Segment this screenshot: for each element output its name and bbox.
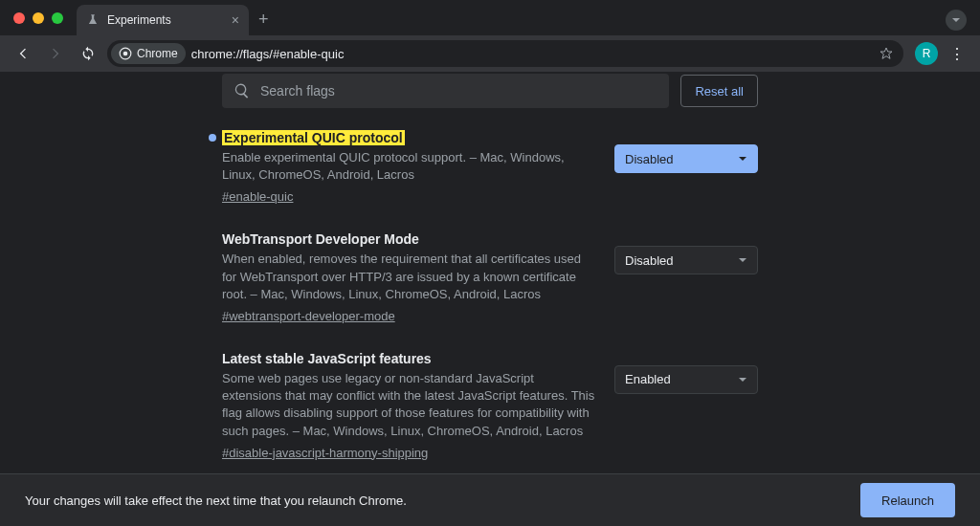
flag-select-value: Disabled <box>625 152 674 166</box>
flag-description: When enabled, removes the requirement th… <box>222 251 595 303</box>
chevron-down-icon <box>738 255 747 265</box>
flag-item: WebTransport Developer ModeWhen enabled,… <box>222 230 758 323</box>
reload-button[interactable] <box>75 40 101 67</box>
tab-close-button[interactable]: × <box>232 12 239 28</box>
search-input[interactable]: Search flags <box>222 74 669 108</box>
flag-control: Disabled <box>614 129 758 173</box>
flag-hash-link[interactable]: #webtransport-developer-mode <box>222 309 595 323</box>
flags-list: Experimental QUIC protocolEnable experim… <box>222 129 758 473</box>
search-row: Search flags Reset all <box>222 74 758 108</box>
arrow-left-icon <box>15 46 31 61</box>
browser-tab[interactable]: Experiments × <box>77 5 249 35</box>
flag-select[interactable]: Disabled <box>614 246 758 274</box>
star-icon <box>879 46 894 61</box>
flag-description: Some web pages use legacy or non-standar… <box>222 370 595 440</box>
search-placeholder: Search flags <box>260 83 335 99</box>
search-icon <box>234 82 251 99</box>
flag-description: Enable experimental QUIC protocol suppor… <box>222 149 595 184</box>
chevron-down-icon <box>738 375 747 384</box>
flag-hash-link[interactable]: #disable-javascript-harmony-shipping <box>222 446 595 460</box>
forward-button[interactable] <box>42 40 69 67</box>
flag-select[interactable]: Disabled <box>614 144 758 173</box>
flag-control: Disabled <box>614 230 758 274</box>
flask-icon <box>86 13 100 27</box>
titlebar: Experiments × + <box>0 0 980 35</box>
window-dropdown-button[interactable] <box>946 10 967 31</box>
relaunch-button[interactable]: Relaunch <box>860 483 955 517</box>
flag-text: Latest stable JavaScript featuresSome we… <box>222 350 595 460</box>
traffic-lights <box>13 12 63 24</box>
toolbar: Chrome chrome://flags/#enable-quic R ⋮ <box>0 35 980 72</box>
flag-item: Experimental QUIC protocolEnable experim… <box>222 129 758 204</box>
flag-text: WebTransport Developer ModeWhen enabled,… <box>222 230 595 323</box>
flag-item: Latest stable JavaScript featuresSome we… <box>222 350 758 460</box>
reset-all-button[interactable]: Reset all <box>680 75 758 107</box>
profile-avatar[interactable]: R <box>915 42 938 65</box>
flag-title: WebTransport Developer Mode <box>222 231 419 247</box>
flag-title: Latest stable JavaScript features <box>222 351 432 366</box>
new-tab-button[interactable]: + <box>249 4 278 35</box>
chevron-down-icon <box>951 15 961 25</box>
flag-select[interactable]: Enabled <box>614 365 758 394</box>
flags-panel: Search flags Reset all Experimental QUIC… <box>222 72 758 473</box>
flag-title: Experimental QUIC protocol <box>222 130 405 145</box>
flag-text: Experimental QUIC protocolEnable experim… <box>222 129 595 204</box>
changed-dot-icon <box>209 134 216 142</box>
menu-button[interactable]: ⋮ <box>944 45 970 63</box>
relaunch-bar: Your changes will take effect the next t… <box>0 473 980 526</box>
chrome-pill-label: Chrome <box>137 47 178 60</box>
chrome-pill: Chrome <box>111 43 186 64</box>
flag-select-value: Disabled <box>625 253 674 268</box>
flag-select-value: Enabled <box>625 372 671 386</box>
back-button[interactable] <box>10 40 36 67</box>
bookmark-button[interactable] <box>873 40 900 67</box>
window-close-button[interactable] <box>13 12 25 24</box>
window-minimize-button[interactable] <box>33 12 44 24</box>
chevron-down-icon <box>738 154 747 164</box>
flag-control: Enabled <box>614 350 758 394</box>
flag-hash-link[interactable]: #enable-quic <box>222 189 595 204</box>
omnibox-url: chrome://flags/#enable-quic <box>191 47 345 61</box>
tab-title: Experiments <box>107 13 171 27</box>
relaunch-message: Your changes will take effect the next t… <box>25 493 407 508</box>
svg-point-1 <box>123 52 128 56</box>
omnibox[interactable]: Chrome chrome://flags/#enable-quic <box>107 40 903 67</box>
window-maximize-button[interactable] <box>52 12 63 24</box>
arrow-right-icon <box>48 46 63 61</box>
reload-icon <box>80 46 96 61</box>
chrome-logo-icon <box>119 47 132 60</box>
flags-content: Search flags Reset all Experimental QUIC… <box>0 72 980 473</box>
